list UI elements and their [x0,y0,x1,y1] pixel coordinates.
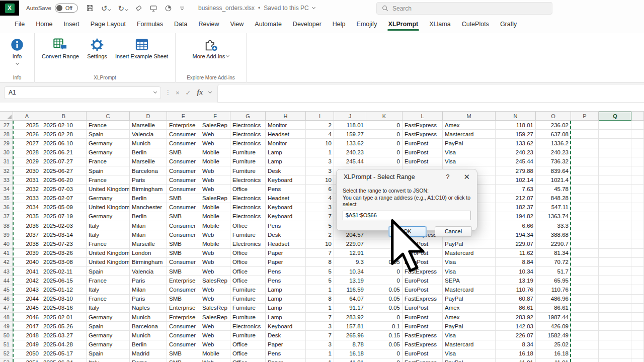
cell[interactable]: EuroPost [403,313,443,322]
cell[interactable]: Monitor [266,121,306,130]
cell[interactable]: 2039 [13,249,41,258]
cell[interactable]: 11.91 [334,358,366,362]
cell[interactable]: Mastercard [443,249,496,258]
cell[interactable]: Furniture [230,313,266,322]
cell[interactable]: 157.81 [334,322,366,331]
cell[interactable]: Visa [443,148,496,157]
cell[interactable]: Headset [266,130,306,139]
cell[interactable]: Germany [87,331,130,340]
cell[interactable]: Barcelona [130,166,167,175]
cell[interactable]: Web [200,285,230,294]
cell[interactable]: EuroPost [403,304,443,313]
cell[interactable] [571,185,599,194]
cell[interactable]: Germany [87,212,130,221]
cell[interactable]: Office [230,221,266,230]
cell[interactable] [599,230,631,239]
cell[interactable]: 3 [306,166,334,175]
cell[interactable]: Visa [443,331,496,340]
cell[interactable]: 2043 [13,285,41,294]
cell[interactable]: 2029 [13,157,41,166]
cell[interactable]: Electronics [230,130,266,139]
column-header-J[interactable]: J [334,112,366,121]
tab-review[interactable]: Review [193,18,224,32]
cell[interactable]: Valencia [130,130,167,139]
cell[interactable]: FastExpress [403,331,443,340]
cell[interactable] [571,267,599,276]
qat-more-icon[interactable] [179,5,185,11]
row-header-42[interactable]: 42 [0,258,13,267]
cell[interactable]: FastExpress [403,358,443,362]
cell[interactable] [571,249,599,258]
cell[interactable]: 13.19 [334,276,366,285]
cell[interactable]: Office [230,358,266,362]
cell[interactable]: 8.78 [334,340,366,349]
cell[interactable] [571,203,599,212]
cell[interactable]: 3 [306,203,334,212]
cell[interactable]: Spain [87,166,130,175]
cell[interactable]: 2047 [13,322,41,331]
cell[interactable]: France [87,157,130,166]
column-header-E[interactable]: E [167,112,200,121]
cell[interactable] [631,212,644,221]
row-header-48[interactable]: 48 [0,313,13,322]
cell[interactable]: 194.34 [496,230,536,239]
cell[interactable] [571,157,599,166]
present-screen-icon[interactable] [149,5,157,12]
cell[interactable]: Desk [266,331,306,340]
cell[interactable]: 265.96 [334,331,366,340]
cell[interactable]: SalesRep [200,313,230,322]
cell[interactable] [631,203,644,212]
cell[interactable]: Lamp [266,157,306,166]
cell[interactable]: 2025-07-23 [41,239,87,248]
cell[interactable]: Barcelona [130,322,167,331]
cell[interactable] [631,121,644,130]
cell[interactable] [571,276,599,285]
cell[interactable]: 2290.7 [536,239,571,248]
cell[interactable] [571,175,599,185]
column-header-K[interactable]: K [366,112,403,121]
cell[interactable]: Web [200,267,230,276]
cell[interactable]: 86.61 [536,304,571,313]
cell[interactable]: Consumer [167,331,200,340]
cell[interactable]: 2025-02-03 [41,221,87,230]
formula-input[interactable] [217,84,644,103]
cell[interactable] [631,249,644,258]
row-header-43[interactable]: 43 [0,267,13,276]
cell[interactable]: Consumer [167,221,200,230]
cell[interactable]: Consumer [167,258,200,267]
cell[interactable]: United Kingdom [87,249,130,258]
cell[interactable]: 2 [306,121,334,130]
cell[interactable]: 16.18 [496,349,536,358]
cell[interactable]: Mobile [200,221,230,230]
cell[interactable]: 0.05 [366,285,403,294]
cell[interactable] [631,139,644,148]
cell[interactable]: 839.64 [536,166,571,175]
cell[interactable] [599,203,631,212]
cell[interactable]: 736.32 [536,157,571,166]
cell[interactable]: 5 [306,267,334,276]
cell[interactable]: 2038 [13,239,41,248]
cell[interactable] [599,185,631,194]
cell[interactable]: France [87,121,130,130]
row-header-33[interactable]: 33 [0,175,13,185]
cell[interactable]: Berlin [130,194,167,203]
cell[interactable]: Consumer [167,340,200,349]
cell[interactable]: 4 [306,130,334,139]
cell[interactable]: Furniture [230,295,266,304]
cell[interactable]: 91.17 [334,304,366,313]
row-header-30[interactable]: 30 [0,148,13,157]
cell[interactable]: 2025-02-28 [41,130,87,139]
cell[interactable]: 118.01 [334,121,366,130]
cell[interactable]: United Kingdom [87,258,130,267]
cell[interactable] [631,221,644,230]
cell[interactable]: Office [230,267,266,276]
cell[interactable]: France [87,295,130,304]
cell[interactable]: Paper [266,340,306,349]
tab-grafly[interactable]: Grafly [495,18,522,32]
cell[interactable] [571,166,599,175]
cell[interactable] [571,221,599,230]
cell[interactable]: 283.92 [496,313,536,322]
cell[interactable]: EuroPost [403,349,443,358]
cell[interactable]: Pens [266,221,306,230]
cell[interactable]: 2025-03-26 [41,249,87,258]
